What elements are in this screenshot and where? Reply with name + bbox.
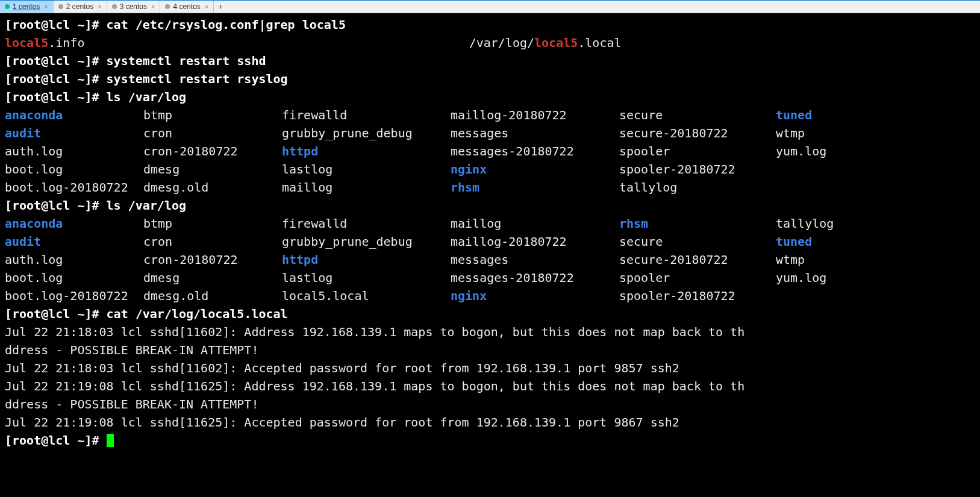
ls-entry: tallylog [619,178,776,196]
status-dot-icon [58,4,63,9]
ls-entry: nginx [451,287,619,305]
shell-prompt: [root@lcl ~]# [5,433,107,448]
ls-entry: wtmp [776,124,878,142]
ls-entry: boot.log [5,160,143,178]
ls-entry: tallylog [776,214,878,233]
command-text: systemctl restart sshd [107,54,266,68]
ls-entry: dmesg.old [143,287,282,305]
ls-listing: anacondabtmpfirewalldmaillogrhsmtallylog… [5,214,975,305]
command-text: ls /var/log [107,198,186,213]
ls-entry: spooler-20180722 [619,160,776,178]
log-line: ddress - POSSIBLE BREAK-IN ATTEMPT! [5,395,975,413]
ls-entry: grubby_prune_debug [282,124,451,142]
command-text: cat /var/log/local5.local [107,307,288,321]
ls-entry: auth.log [5,251,143,269]
tab-label: 1 centos [13,2,40,11]
prompt-line: [root@lcl ~]# systemctl restart sshd [5,52,975,70]
cursor-icon [107,434,114,447]
ls-entry: boot.log [5,269,143,287]
command-text: ls /var/log [107,90,186,104]
ls-entry: secure-20180722 [619,124,776,142]
ls-entry: anaconda [5,106,143,124]
ls-entry [776,160,878,178]
ls-entry: yum.log [776,269,878,287]
ls-entry: rhsm [451,178,619,196]
ls-entry: tuned [776,106,878,124]
shell-prompt: [root@lcl ~]# [5,307,107,321]
tab-1-centos[interactable]: 1 centos× [0,1,54,13]
prompt-line: [root@lcl ~]# [5,431,975,449]
ls-entry: spooler-20180722 [619,287,776,305]
grep-match: local5 [534,36,578,50]
ls-entry: lastlog [282,269,451,287]
ls-entry: messages-20180722 [451,269,619,287]
ls-entry: maillog-20180722 [451,233,619,251]
ls-entry: boot.log-20180722 [5,178,143,196]
ls-entry: btmp [143,106,282,124]
ls-entry: audit [5,233,143,251]
shell-prompt: [root@lcl ~]# [5,54,107,68]
ls-entry: secure-20180722 [619,251,776,269]
ls-entry: anaconda [5,214,143,233]
ls-entry: local5.local [282,287,451,305]
ls-entry: secure [619,106,776,124]
ls-entry: grubby_prune_debug [282,233,451,251]
ls-entry [776,178,878,196]
status-dot-icon [5,4,10,9]
ls-entry: maillog [451,214,619,233]
ls-entry: nginx [451,160,619,178]
ls-entry: btmp [143,214,282,233]
close-icon[interactable]: × [151,3,155,10]
log-line: Jul 22 21:19:08 lcl sshd[11625]: Address… [5,377,975,395]
prompt-line: [root@lcl ~]# cat /var/log/local5.local [5,305,975,323]
tab-label: 3 centos [120,2,147,11]
ls-entry: rhsm [619,214,776,233]
prompt-line: [root@lcl ~]# systemctl restart rsyslog [5,70,975,88]
ls-entry: cron [143,233,282,251]
ls-entry: lastlog [282,160,451,178]
status-dot-icon [165,4,170,9]
grep-text: /var/log/ [84,36,534,50]
status-dot-icon [112,4,117,9]
ls-entry: secure [619,233,776,251]
prompt-line: [root@lcl ~]# ls /var/log [5,88,975,106]
close-icon[interactable]: × [44,3,48,10]
log-line: Jul 22 21:18:03 lcl sshd[11602]: Address… [5,323,975,341]
shell-prompt: [root@lcl ~]# [5,72,107,86]
log-line: Jul 22 21:18:03 lcl sshd[11602]: Accepte… [5,359,975,377]
close-icon[interactable]: × [205,3,208,10]
close-icon[interactable]: × [98,3,101,10]
log-line: Jul 22 21:19:08 lcl sshd[11625]: Accepte… [5,413,975,431]
tab-label: 4 centos [173,2,200,11]
tab-4-centos[interactable]: 4 centos× [160,1,214,13]
grep-text: .info [48,36,84,50]
shell-prompt: [root@lcl ~]# [5,90,107,104]
ls-entry: maillog [282,178,451,196]
ls-entry: dmesg [143,269,282,287]
shell-prompt: [root@lcl ~]# [5,17,107,32]
ls-entry: dmesg.old [143,178,282,196]
prompt-line: [root@lcl ~]# cat /etc/rsyslog.conf|grep… [5,16,975,34]
grep-text: .local [578,36,621,50]
command-text: systemctl restart rsyslog [107,72,288,86]
ls-entry: httpd [282,251,451,269]
ls-entry: messages-20180722 [451,142,619,160]
prompt-line: [root@lcl ~]# ls /var/log [5,196,975,214]
ls-entry: auth.log [5,142,143,160]
ls-entry: wtmp [776,251,878,269]
ls-entry: cron-20180722 [143,251,282,269]
add-tab-button[interactable]: + [214,1,227,13]
terminal-output[interactable]: [root@lcl ~]# cat /etc/rsyslog.conf|grep… [0,13,980,497]
grep-match: local5 [5,36,48,50]
grep-output: local5.info /var/log/local5.local [5,34,975,52]
ls-entry: messages [451,251,619,269]
ls-entry: firewalld [282,214,451,233]
ls-entry: messages [451,124,619,142]
tab-2-centos[interactable]: 2 centos× [54,1,107,13]
command-text: cat /etc/rsyslog.conf|grep local5 [107,17,346,32]
ls-entry: cron [143,124,282,142]
ls-entry: httpd [282,142,451,160]
ls-entry: firewalld [282,106,451,124]
tab-3-centos[interactable]: 3 centos× [107,1,161,13]
tab-bar: 1 centos×2 centos×3 centos×4 centos×+ [0,0,980,13]
